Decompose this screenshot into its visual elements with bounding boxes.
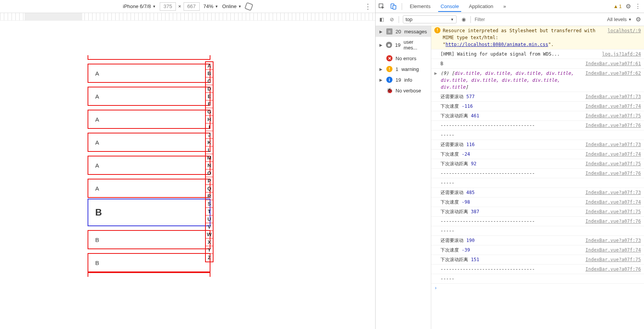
index-letter[interactable]: C: [206, 77, 213, 85]
list-item[interactable]: B: [88, 230, 210, 249]
log-info[interactable]: [HMR] Waiting for update signal from WDS…: [431, 49, 644, 59]
device-icon[interactable]: [390, 3, 396, 10]
log-info[interactable]: 还需要滚动 577IndexBar.vue?a07f:73: [431, 92, 644, 102]
log-link[interactable]: http://localhost:8080/animate.min.css: [445, 42, 548, 47]
tab-elements[interactable]: Elements: [407, 1, 433, 12]
index-letter[interactable]: D: [206, 85, 213, 93]
log-info[interactable]: -----: [431, 274, 644, 284]
chevron-right-icon[interactable]: ▶: [434, 70, 438, 77]
log-info[interactable]: B IndexBar.vue?a07f:61: [431, 59, 644, 69]
index-letter[interactable]: I: [206, 123, 213, 131]
sidebar-messages[interactable]: ▶ ≡ 20 messages: [376, 26, 431, 37]
log-info[interactable]: ----------------------------------IndexB…: [431, 169, 644, 178]
log-source[interactable]: IndexBar.vue?a07f:74: [586, 199, 641, 206]
log-info[interactable]: 下次滚动距离 461IndexBar.vue?a07f:75: [431, 111, 644, 121]
filter-input[interactable]: [475, 17, 603, 22]
index-letter[interactable]: Y: [206, 246, 213, 254]
index-letter[interactable]: S: [206, 200, 213, 208]
height-input[interactable]: [184, 2, 200, 11]
sidebar-verbose[interactable]: 🐞 No verbose: [376, 85, 431, 96]
warning-badge[interactable]: ▲1: [613, 3, 622, 9]
log-info[interactable]: 还需要滚动 116IndexBar.vue?a07f:73: [431, 140, 644, 150]
index-bar[interactable]: ABCDEFGHIJKLMNOPQRSTUVWXYZ: [205, 61, 214, 262]
log-source[interactable]: IndexBar.vue?a07f:76: [586, 218, 641, 225]
log-source[interactable]: IndexBar.vue?a07f:73: [586, 141, 641, 148]
log-source[interactable]: IndexBar.vue?a07f:73: [586, 93, 641, 100]
sidebar-user[interactable]: ▶ ☻ 19 user mes...: [376, 37, 431, 53]
index-letter[interactable]: O: [206, 169, 213, 177]
sidebar-info[interactable]: ▶ i 19 info: [376, 74, 431, 85]
log-info[interactable]: ----------------------------------IndexB…: [431, 217, 644, 226]
index-letter[interactable]: T: [206, 208, 213, 215]
index-letter[interactable]: K: [206, 139, 213, 146]
index-letter[interactable]: L: [206, 146, 213, 154]
index-letter[interactable]: Z: [206, 254, 213, 262]
list-item[interactable]: A: [88, 64, 210, 83]
log-info[interactable]: 下次滚动距离 92IndexBar.vue?a07f:75: [431, 159, 644, 169]
network-select[interactable]: Online ▼: [222, 3, 242, 9]
log-info[interactable]: ▶ (9) [div.title, div.title, div.title, …: [431, 69, 644, 92]
log-source[interactable]: IndexBar.vue?a07f:76: [586, 122, 641, 129]
log-source[interactable]: IndexBar.vue?a07f:61: [586, 60, 641, 67]
log-source[interactable]: IndexBar.vue?a07f:74: [586, 247, 641, 253]
index-letter[interactable]: F: [206, 100, 213, 108]
sidebar-errors[interactable]: ✕ No errors: [376, 53, 431, 64]
log-info[interactable]: 下次速度 -24IndexBar.vue?a07f:74: [431, 150, 644, 159]
index-letter[interactable]: W: [206, 231, 213, 239]
log-warning[interactable]: ! Resource interpreted as Stylesheet but…: [431, 26, 644, 49]
log-source[interactable]: IndexBar.vue?a07f:75: [586, 208, 641, 215]
log-source[interactable]: localhost/:9: [608, 27, 641, 34]
console-log[interactable]: ! Resource interpreted as Stylesheet but…: [431, 26, 644, 329]
index-letter[interactable]: U: [206, 215, 213, 223]
log-info[interactable]: -----: [431, 226, 644, 236]
log-info[interactable]: 还需要滚动 485IndexBar.vue?a07f:73: [431, 188, 644, 197]
console-prompt[interactable]: ›: [431, 284, 644, 292]
gear-icon[interactable]: ⚙: [636, 16, 641, 23]
log-info[interactable]: -----: [431, 130, 644, 140]
log-source[interactable]: IndexBar.vue?a07f:62: [586, 70, 641, 77]
list-item[interactable]: A: [88, 110, 210, 129]
log-source[interactable]: IndexBar.vue?a07f:75: [586, 256, 641, 263]
log-info[interactable]: 还需要滚动 190IndexBar.vue?a07f:73: [431, 236, 644, 245]
log-source[interactable]: IndexBar.vue?a07f:75: [586, 160, 641, 167]
index-letter[interactable]: N: [206, 162, 213, 169]
index-letter[interactable]: G: [206, 108, 213, 116]
index-letter[interactable]: X: [206, 239, 213, 246]
index-letter[interactable]: R: [206, 192, 213, 200]
tab-console[interactable]: Console: [438, 1, 461, 12]
rotate-icon[interactable]: [244, 2, 253, 11]
index-letter[interactable]: H: [206, 116, 213, 123]
log-info[interactable]: 下次滚动距离 387IndexBar.vue?a07f:75: [431, 207, 644, 217]
index-letter[interactable]: Q: [206, 185, 213, 192]
zoom-select[interactable]: 74% ▼: [204, 3, 219, 9]
index-letter[interactable]: A: [206, 62, 213, 70]
log-info[interactable]: ----------------------------------IndexB…: [431, 265, 644, 274]
log-info[interactable]: 下次速度 -116IndexBar.vue?a07f:74: [431, 102, 644, 111]
log-info[interactable]: 下次速度 -39IndexBar.vue?a07f:74: [431, 245, 644, 255]
index-letter[interactable]: V: [206, 223, 213, 231]
more-icon[interactable]: ⋮: [635, 3, 641, 10]
eye-icon[interactable]: ◉: [460, 16, 467, 23]
log-info[interactable]: 下次速度 -98IndexBar.vue?a07f:74: [431, 197, 644, 207]
log-source[interactable]: IndexBar.vue?a07f:73: [586, 189, 641, 196]
index-letter[interactable]: E: [206, 93, 213, 100]
list-item[interactable]: B: [88, 253, 210, 272]
log-source[interactable]: IndexBar.vue?a07f:75: [586, 112, 641, 119]
list-item[interactable]: A: [88, 133, 210, 152]
device-select[interactable]: iPhone 6/7/8 ▼: [123, 3, 156, 9]
log-info[interactable]: ----------------------------------IndexB…: [431, 121, 644, 130]
gear-icon[interactable]: ⚙: [626, 3, 631, 10]
list-item[interactable]: A: [88, 87, 210, 106]
width-input[interactable]: [160, 2, 176, 11]
clear-icon[interactable]: ⊘: [389, 16, 395, 23]
log-source[interactable]: IndexBar.vue?a07f:74: [586, 103, 641, 110]
log-source[interactable]: IndexBar.vue?a07f:73: [586, 237, 641, 244]
log-source[interactable]: IndexBar.vue?a07f:76: [586, 266, 641, 273]
more-icon[interactable]: ⋮: [364, 2, 371, 11]
log-info[interactable]: -----: [431, 178, 644, 188]
inspect-icon[interactable]: [379, 3, 385, 10]
log-source[interactable]: IndexBar.vue?a07f:76: [586, 170, 641, 177]
log-info[interactable]: 下次滚动距离 151IndexBar.vue?a07f:75: [431, 255, 644, 265]
index-letter[interactable]: B: [206, 70, 213, 77]
list-item[interactable]: A: [88, 179, 210, 198]
